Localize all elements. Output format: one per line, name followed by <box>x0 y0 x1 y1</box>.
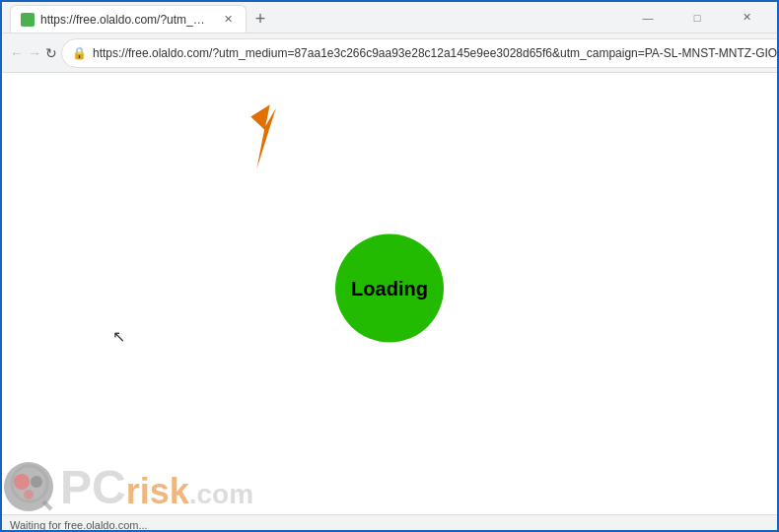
loading-text: Loading <box>351 277 428 299</box>
loading-indicator: Loading <box>335 234 444 343</box>
tab-title: https://free.olaldo.com/?utm_me... <box>40 13 214 27</box>
forward-button[interactable]: → <box>28 37 41 69</box>
svg-point-3 <box>14 474 30 490</box>
tab-close-button[interactable]: ✕ <box>220 12 236 28</box>
active-tab[interactable]: https://free.olaldo.com/?utm_me... ✕ <box>10 5 247 33</box>
watermark-com: .com <box>189 481 253 508</box>
svg-point-4 <box>31 476 42 488</box>
watermark-risk: risk <box>126 474 189 509</box>
mouse-cursor: ↖ <box>112 327 125 346</box>
tab-area: https://free.olaldo.com/?utm_me... ✕ + <box>10 2 621 33</box>
svg-marker-1 <box>242 103 290 169</box>
status-text: Waiting for free.olaldo.com... <box>10 519 148 531</box>
arrow-annotation <box>229 102 298 171</box>
new-tab-button[interactable]: + <box>247 5 274 33</box>
watermark-logo: PC risk .com <box>2 460 253 514</box>
svg-line-6 <box>43 501 51 509</box>
page-content: Loading ↖ PC risk .com <box>2 73 777 514</box>
svg-point-5 <box>24 490 34 499</box>
navigation-bar: ← → ↻ 🔒 https://free.olaldo.com/?utm_med… <box>2 33 777 73</box>
address-bar[interactable]: 🔒 https://free.olaldo.com/?utm_medium=87… <box>61 38 779 68</box>
minimize-button[interactable]: — <box>625 2 671 33</box>
watermark-pc: PC <box>60 464 126 511</box>
status-bar: Waiting for free.olaldo.com... <box>2 514 777 532</box>
title-bar: https://free.olaldo.com/?utm_me... ✕ + —… <box>2 2 777 33</box>
lock-icon: 🔒 <box>72 46 87 60</box>
url-text: https://free.olaldo.com/?utm_medium=87aa… <box>93 46 779 60</box>
back-button[interactable]: ← <box>10 37 24 69</box>
window-controls: — □ ✕ <box>625 2 769 33</box>
maximize-button[interactable]: □ <box>674 2 720 33</box>
reload-button[interactable]: ↻ <box>45 37 57 69</box>
tab-favicon <box>21 13 35 27</box>
close-button[interactable]: ✕ <box>724 2 769 33</box>
